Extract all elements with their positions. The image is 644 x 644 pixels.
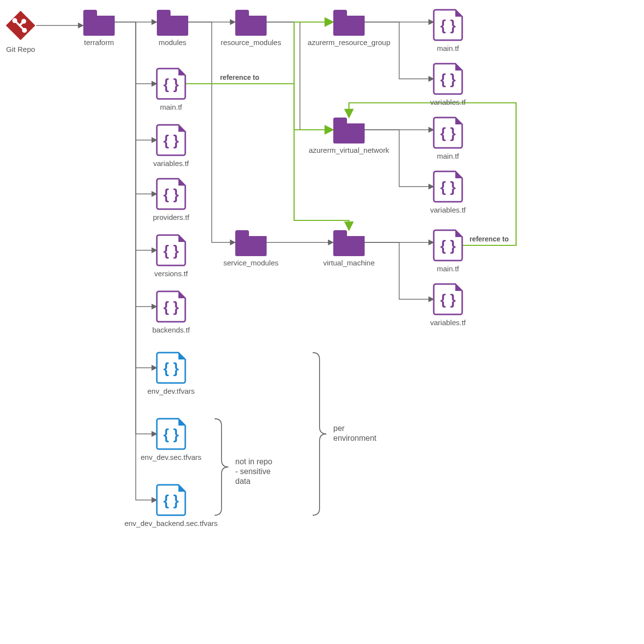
edge (212, 22, 235, 242)
file-arg_main: { }main.tf (434, 10, 462, 52)
file-avn_variables: { }variables.tf (430, 171, 466, 214)
folder-modules: modules (157, 10, 188, 47)
file-arg_variables: { }variables.tf (430, 64, 466, 106)
file-root_main: { }main.tf (157, 69, 185, 111)
file-vm_variables: { }variables.tf (430, 284, 466, 327)
folder-resource_modules: resource_modules (221, 10, 281, 47)
file-root_variables: { }variables.tf (153, 125, 189, 167)
file-vm_main: { }main.tf (434, 230, 462, 273)
edge-label-ref1: reference to (220, 73, 259, 81)
node-label: azurerm_resource_group (308, 38, 390, 47)
node-label: variables.tf (430, 318, 466, 327)
braces-icon: { } (440, 71, 456, 87)
node-label: main.tf (437, 44, 459, 52)
edge-label-ref2: reference to (470, 235, 509, 243)
braces-icon: { } (440, 17, 456, 33)
folder-virtual_machine: virtual_machine (323, 230, 374, 267)
edge (294, 84, 349, 230)
node-label: main.tf (160, 103, 182, 111)
braces-icon: { } (163, 76, 179, 92)
braces-icon: { } (440, 125, 456, 141)
braces-icon: { } (163, 242, 179, 259)
node-label: terraform (84, 38, 114, 47)
node-label: azurerm_virtual_network (309, 146, 390, 154)
node-label: main.tf (437, 152, 459, 160)
braces-icon: { } (163, 186, 179, 202)
braces-icon: { } (440, 238, 456, 254)
edge (399, 22, 434, 79)
edge (136, 22, 157, 368)
edge (349, 103, 516, 245)
node-label: service_modules (223, 259, 279, 267)
node-label: variables.tf (153, 159, 189, 167)
brace (215, 419, 228, 515)
git-repo-icon: Git Repo (6, 11, 35, 53)
folder-terraform: terraform (83, 10, 115, 47)
braces-icon: { } (440, 291, 456, 308)
edge (399, 242, 434, 299)
annotation-text: perenvironment (333, 424, 377, 442)
node-label: virtual_machine (323, 259, 374, 267)
braces-icon: { } (163, 360, 179, 376)
braces-icon: { } (440, 179, 456, 195)
node-label: Git Repo (6, 45, 35, 53)
file-env_dev_tfvars: { }env_dev.tfvars (148, 353, 195, 395)
file-root_providers: { }providers.tf (153, 179, 190, 221)
edge (136, 22, 157, 140)
file-env_dev_sec_tfvars: { }env_dev.sec.tfvars (141, 419, 201, 461)
file-env_dev_backend_sec_tfvars: { }env_dev_backend.sec.tfvars (124, 485, 218, 527)
edge (136, 22, 157, 84)
node-label: env_dev.sec.tfvars (141, 453, 201, 461)
node-label: env_dev_backend.sec.tfvars (124, 519, 218, 527)
file-root_versions: { }versions.tf (154, 235, 188, 278)
edge (136, 22, 157, 500)
folder-azurerm_resource_group: azurerm_resource_group (308, 10, 390, 47)
node-label: versions.tf (154, 269, 188, 278)
node-label: env_dev.tfvars (148, 387, 195, 395)
file-avn_main: { }main.tf (434, 118, 462, 160)
diagram-canvas: reference toreference to Git Repoterrafo… (0, 0, 644, 644)
node-label: resource_modules (221, 38, 281, 47)
node-label: main.tf (437, 264, 459, 273)
node-label: variables.tf (430, 98, 466, 106)
file-root_backends: { }backends.tf (152, 291, 191, 334)
braces-icon: { } (163, 492, 179, 508)
node-label: variables.tf (430, 206, 466, 214)
annotation-text: not in repo- sensitivedata (235, 457, 272, 485)
brace (313, 353, 326, 515)
braces-icon: { } (163, 426, 179, 442)
folder-service_modules: service_modules (223, 230, 279, 267)
node-label: providers.tf (153, 213, 190, 221)
node-label: modules (159, 38, 187, 47)
edge (136, 22, 157, 194)
braces-icon: { } (163, 299, 179, 315)
braces-icon: { } (163, 132, 179, 148)
node-label: backends.tf (152, 326, 191, 334)
folder-azurerm_virtual_network: azurerm_virtual_network (309, 118, 390, 154)
edge (399, 130, 434, 187)
